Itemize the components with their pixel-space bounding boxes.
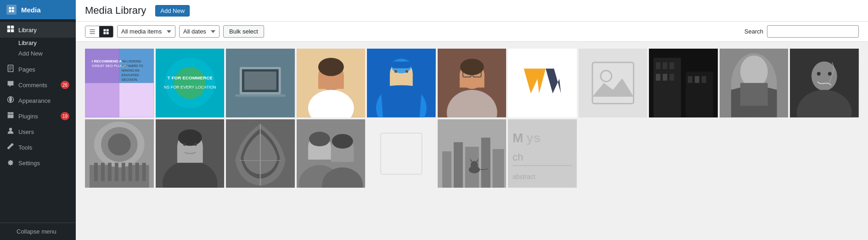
sidebar-appearance-label: Appearance: [18, 97, 51, 104]
media-item[interactable]: [649, 49, 718, 117]
svg-rect-79: [656, 74, 660, 81]
svg-rect-15: [8, 112, 11, 114]
svg-point-111: [178, 129, 202, 145]
svg-text:NS FOR EVERY LOCATION: NS FOR EVERY LOCATION: [163, 85, 216, 89]
sidebar-users-label: Users: [18, 128, 34, 135]
svg-point-113: [194, 143, 197, 145]
media-item[interactable]: [367, 119, 436, 188]
sidebar-item-library[interactable]: Library: [0, 22, 76, 38]
plugins-badge: 19: [61, 112, 69, 120]
sidebar-item-tools[interactable]: Tools: [0, 140, 76, 155]
svg-rect-5: [11, 26, 14, 28]
media-item[interactable]: [367, 49, 436, 117]
svg-rect-83: [695, 76, 699, 83]
svg-text:MAKING AN: MAKING AN: [122, 69, 140, 72]
sidebar-item-appearance[interactable]: Appearance: [0, 93, 76, 108]
media-icon: [6, 5, 17, 15]
svg-point-60: [395, 70, 397, 73]
media-item[interactable]: T FOR ECOMMERCE NS FOR EVERY LOCATION: [156, 49, 225, 117]
media-item[interactable]: I RECOMMEND A GREAT SEO PLUGIN! I'M LOOK…: [85, 49, 154, 117]
sidebar-sub-library[interactable]: Library: [0, 38, 76, 48]
media-item[interactable]: [438, 119, 507, 188]
svg-text:ys: ys: [526, 130, 541, 145]
sidebar-tools-label: Tools: [18, 144, 32, 151]
svg-rect-101: [108, 162, 112, 181]
collapse-menu-button[interactable]: Collapse menu: [0, 223, 76, 240]
media-item[interactable]: [156, 119, 225, 188]
bulk-select-button[interactable]: Bulk select: [223, 25, 264, 38]
page-title: Media Library: [85, 5, 146, 17]
svg-rect-82: [688, 76, 693, 83]
svg-rect-102: [115, 162, 118, 181]
svg-rect-3: [12, 10, 14, 12]
svg-point-135: [471, 161, 478, 169]
search-input[interactable]: [767, 25, 859, 38]
media-item[interactable]: M ys ch abstract: [508, 119, 577, 188]
svg-rect-2: [9, 10, 11, 12]
sidebar-settings-label: Settings: [18, 160, 40, 167]
sidebar-sub-add-new[interactable]: Add New: [0, 48, 76, 59]
sidebar-item-plugins[interactable]: Plugins 19: [0, 108, 76, 124]
svg-rect-129: [442, 151, 451, 188]
sidebar-item-pages[interactable]: Pages: [0, 61, 76, 77]
sidebar-item-settings[interactable]: Settings: [0, 155, 76, 171]
svg-rect-95: [90, 165, 149, 188]
svg-rect-29: [119, 83, 154, 117]
media-item[interactable]: [720, 49, 789, 117]
svg-rect-130: [454, 142, 463, 188]
svg-text:DECISION.: DECISION.: [122, 78, 138, 81]
media-item[interactable]: [438, 49, 507, 117]
svg-point-61: [406, 70, 408, 73]
media-item[interactable]: [508, 49, 577, 117]
sidebar-library-label: Library: [18, 27, 37, 33]
sidebar: Media Library Library Add New Pages: [0, 0, 76, 240]
svg-rect-28: [85, 83, 119, 117]
svg-rect-103: [122, 162, 125, 181]
svg-text:T FOR ECOMMERCE: T FOR ECOMMERCE: [167, 75, 213, 80]
svg-point-125: [332, 134, 353, 148]
add-new-button[interactable]: Add New: [155, 5, 190, 17]
svg-rect-88: [740, 83, 768, 106]
collapse-icon: [6, 228, 13, 235]
comments-icon: [6, 80, 15, 89]
media-item[interactable]: [85, 119, 154, 188]
svg-text:I RECOMMEND A: I RECOMMEND A: [92, 59, 122, 63]
main-content: Media Library Add New All media items Al…: [76, 0, 868, 240]
svg-rect-14: [11, 114, 13, 118]
svg-rect-65: [460, 74, 485, 88]
svg-rect-18: [90, 29, 95, 30]
sidebar-plugins-label: Plugins: [18, 113, 38, 120]
svg-rect-20: [90, 33, 95, 33]
media-type-filter[interactable]: All media items: [117, 25, 175, 38]
sidebar-item-users[interactable]: Users: [0, 124, 76, 140]
svg-rect-126: [367, 119, 436, 188]
media-item[interactable]: [297, 119, 366, 188]
svg-text:FORWARD TO: FORWARD TO: [122, 64, 144, 67]
media-item[interactable]: [790, 49, 859, 117]
toolbar: Media Library Add New: [76, 0, 868, 22]
svg-text:M: M: [513, 130, 523, 145]
svg-point-124: [309, 131, 330, 146]
media-item[interactable]: [297, 49, 366, 117]
sidebar-header[interactable]: Media: [0, 0, 76, 19]
sidebar-header-label: Media: [21, 6, 41, 14]
svg-rect-132: [481, 137, 490, 188]
date-filter[interactable]: All dates: [179, 25, 220, 38]
svg-rect-23: [103, 32, 106, 34]
view-grid-button[interactable]: [99, 26, 113, 37]
media-item[interactable]: [226, 119, 295, 188]
svg-point-69: [460, 59, 484, 75]
view-list-button[interactable]: [85, 26, 99, 37]
media-item[interactable]: [579, 49, 648, 117]
sidebar-item-comments[interactable]: Comments 26: [0, 77, 76, 93]
sidebar-section-library: Library Library Add New: [0, 19, 76, 61]
svg-rect-7: [11, 29, 14, 32]
pages-icon: [6, 65, 15, 74]
svg-rect-1: [12, 7, 14, 9]
media-item[interactable]: [226, 49, 295, 117]
svg-rect-21: [103, 29, 106, 31]
svg-rect-105: [135, 162, 139, 181]
svg-rect-104: [129, 162, 132, 181]
search-area: Search: [744, 25, 859, 38]
svg-rect-16: [11, 112, 13, 114]
